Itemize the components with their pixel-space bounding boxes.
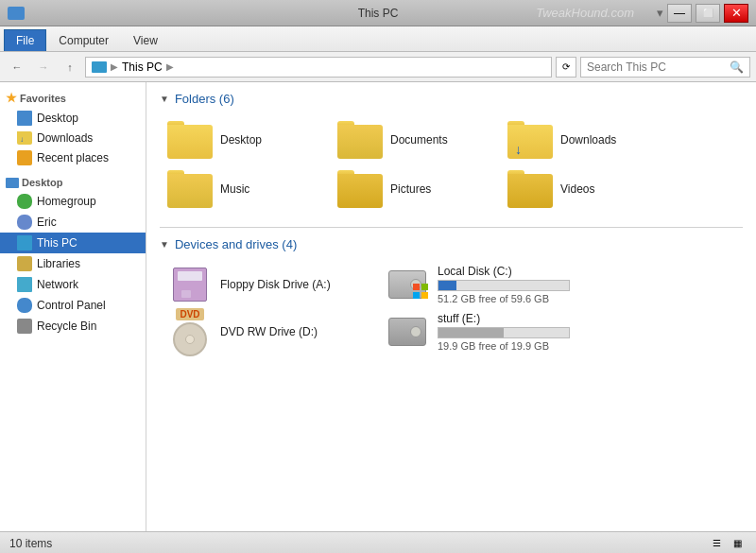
eric-icon — [17, 215, 32, 230]
controlpanel-icon — [17, 298, 32, 313]
folder-downloads-label: Downloads — [560, 133, 616, 147]
e-drive-bar — [438, 328, 504, 337]
sidebar-item-desktop[interactable]: Desktop — [0, 108, 146, 129]
c-drive-name: Local Disk (C:) — [438, 265, 570, 278]
svg-rect-1 — [421, 284, 428, 290]
folder-music-label: Music — [220, 182, 249, 196]
sidebar-item-downloads-label: Downloads — [37, 131, 93, 145]
back-button[interactable]: ← — [6, 57, 28, 78]
ribbon-tabs: File Computer View — [0, 26, 756, 51]
sidebar-item-eric[interactable]: Eric — [0, 212, 146, 233]
tab-view[interactable]: View — [121, 29, 170, 51]
network-icon — [17, 277, 32, 292]
status-bar: 10 items ☰ ▦ — [0, 531, 756, 553]
sidebar-item-recent[interactable]: Recent places — [0, 147, 146, 168]
folder-pictures-label: Pictures — [390, 182, 431, 196]
folder-videos-label: Videos — [560, 182, 594, 196]
c-drive-bar — [438, 281, 456, 290]
folder-documents-icon — [337, 121, 383, 159]
desktop-icon — [17, 111, 32, 126]
folders-header-label: Folders (6) — [175, 92, 234, 106]
drive-dvd[interactable]: DVD DVD RW Drive (D:) — [160, 308, 377, 355]
sidebar-section-desktop[interactable]: Desktop — [0, 174, 146, 191]
sidebar-item-recent-label: Recent places — [37, 151, 109, 164]
sidebar-item-recyclebin[interactable]: Recycle Bin — [0, 316, 146, 337]
drives-grid: Floppy Disk Drive (A:) — [160, 261, 743, 355]
sidebar: ★ Favorites Desktop ↓ Downloads Recent p… — [0, 82, 146, 531]
search-box[interactable]: 🔍 — [580, 57, 750, 78]
path-arrow: ▶ — [111, 61, 118, 72]
path-label: This PC — [122, 60, 163, 74]
app-icon — [8, 7, 25, 20]
drive-c[interactable]: Local Disk (C:) 51.2 GB free of 59.6 GB — [377, 261, 613, 308]
address-path[interactable]: ▶ This PC ▶ — [85, 57, 552, 78]
drive-floppy[interactable]: Floppy Disk Drive (A:) — [160, 261, 377, 308]
sidebar-item-controlpanel[interactable]: Control Panel — [0, 295, 146, 316]
folder-pictures-icon — [337, 170, 383, 208]
homegroup-icon — [17, 194, 32, 209]
sidebar-item-libraries[interactable]: Libraries — [0, 253, 146, 274]
up-button[interactable]: ↑ — [59, 57, 81, 78]
minimize-button[interactable]: — — [667, 4, 692, 23]
e-drive-free: 19.9 GB free of 19.9 GB — [438, 340, 570, 352]
view-details-button[interactable]: ☰ — [707, 535, 726, 552]
dvd-drive-name: DVD RW Drive (D:) — [220, 325, 318, 338]
view-large-icons-button[interactable]: ▦ — [728, 535, 747, 552]
sidebar-item-homegroup-label: Homegroup — [37, 195, 96, 208]
drive-e[interactable]: stuff (E:) 19.9 GB free of 19.9 GB — [377, 308, 613, 355]
search-input[interactable] — [587, 60, 719, 74]
close-button[interactable]: ✕ — [724, 4, 748, 23]
c-drive-free: 51.2 GB free of 59.6 GB — [438, 293, 570, 304]
forward-button[interactable]: → — [32, 57, 55, 78]
address-bar: ← → ↑ ▶ This PC ▶ ⟳ 🔍 — [0, 52, 756, 82]
drives-arrow: ▼ — [160, 239, 169, 250]
floppy-drive-name: Floppy Disk Drive (A:) — [220, 278, 331, 291]
restore-button[interactable]: ⬜ — [696, 4, 720, 23]
sidebar-item-homegroup[interactable]: Homegroup — [0, 191, 146, 212]
folder-desktop[interactable]: Desktop — [160, 115, 330, 164]
hdd-c-icon — [385, 266, 430, 303]
e-drive-bar-container — [438, 327, 570, 338]
ribbon: File Computer View — [0, 26, 756, 52]
sidebar-item-desktop-label: Desktop — [37, 112, 78, 125]
tab-file[interactable]: File — [4, 29, 46, 51]
sidebar-item-downloads[interactable]: ↓ Downloads — [0, 129, 146, 147]
libraries-icon — [17, 256, 32, 271]
svg-rect-3 — [421, 292, 428, 299]
sidebar-item-thispc[interactable]: This PC — [0, 233, 146, 253]
c-drive-info: Local Disk (C:) 51.2 GB free of 59.6 GB — [438, 265, 570, 304]
dvd-drive-info: DVD RW Drive (D:) — [220, 325, 318, 338]
downloads-arrow-overlay: ↓ — [515, 142, 522, 157]
sidebar-desktop-label: Desktop — [22, 177, 62, 188]
folder-documents[interactable]: Documents — [330, 115, 500, 164]
windows-logo-icon — [413, 284, 428, 301]
sidebar-item-thispc-label: This PC — [37, 236, 77, 250]
content-area: ▼ Folders (6) Desktop Documents — [146, 82, 756, 531]
recyclebin-icon — [17, 319, 32, 334]
folder-music[interactable]: Music — [160, 164, 330, 214]
title-bar-left — [8, 7, 25, 20]
e-drive-name: stuff (E:) — [438, 312, 570, 325]
refresh-button[interactable]: ⟳ — [556, 57, 576, 78]
tab-computer[interactable]: Computer — [46, 29, 121, 51]
branding-logo: TweakHound.com — [536, 6, 634, 20]
help-chevron[interactable]: ▾ — [657, 6, 663, 20]
drives-header-label: Devices and drives (4) — [175, 237, 297, 251]
sidebar-item-libraries-label: Libraries — [37, 257, 80, 270]
sidebar-item-eric-label: Eric — [37, 216, 57, 229]
sidebar-item-controlpanel-label: Control Panel — [37, 299, 106, 312]
folder-downloads[interactable]: ↓ Downloads — [500, 115, 670, 164]
statusbar-right: ☰ ▦ — [707, 535, 747, 552]
title-bar: This PC TweakHound.com ▾ — ⬜ ✕ — [0, 0, 756, 26]
path-dropdown-arrow[interactable]: ▶ — [166, 61, 174, 72]
drives-section-header[interactable]: ▼ Devices and drives (4) — [160, 237, 743, 251]
sidebar-item-network[interactable]: Network — [0, 274, 146, 295]
folders-section-header[interactable]: ▼ Folders (6) — [160, 92, 743, 106]
sidebar-section-favorites[interactable]: ★ Favorites — [0, 88, 146, 108]
floppy-drive-icon — [167, 266, 213, 303]
main-area: ★ Favorites Desktop ↓ Downloads Recent p… — [0, 82, 756, 531]
sidebar-item-network-label: Network — [37, 278, 78, 291]
folder-pictures[interactable]: Pictures — [330, 164, 500, 214]
folder-videos[interactable]: Videos — [500, 164, 670, 214]
floppy-drive-info: Floppy Disk Drive (A:) — [220, 278, 331, 291]
